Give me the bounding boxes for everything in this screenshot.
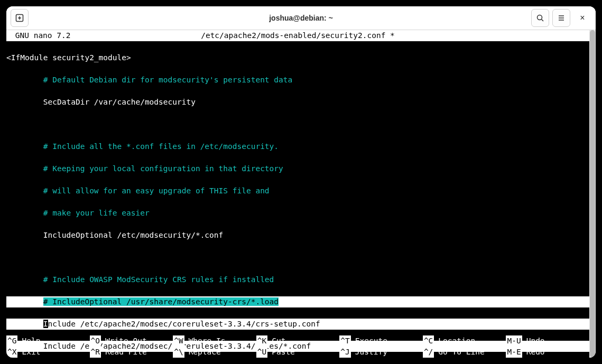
plus-box-icon — [15, 14, 24, 22]
shortcut-exit: ^XExit — [6, 347, 90, 358]
terminal-wrapper: GNU nano 7.2 /etc/apache2/mods-enabled/s… — [6, 30, 596, 358]
nano-version: GNU nano 7.2 — [11, 30, 71, 41]
footer-row-1: ^GHelp ^OWrite Out ^WWhere Is ^KCut ^TEx… — [6, 335, 589, 347]
shortcut-whereis: ^WWhere Is — [173, 335, 256, 347]
scrollbar[interactable] — [589, 30, 596, 358]
code-comment: # Include all the *.conf files in /etc/m… — [43, 142, 279, 151]
hamburger-icon — [557, 14, 566, 22]
footer-row-2: ^XExit ^RRead File ^\Replace ^UPaste ^JJ… — [6, 347, 589, 358]
shortcut-writeout: ^OWrite Out — [90, 335, 173, 347]
shortcut-cut: ^KCut — [256, 335, 340, 347]
nano-filename: /etc/apache2/mods-enabled/security2.conf… — [201, 30, 395, 41]
terminal-window: joshua@debian: ~ × — [6, 6, 596, 358]
shortcut-location: ^CLocation — [423, 335, 506, 347]
selected-line: Include /etc/apache2/modsec/coreruleset-… — [6, 319, 589, 330]
selected-comment: # IncludeOptional /usr/share/modsecurity… — [43, 297, 279, 306]
code-comment: # Keeping your local configuration in th… — [43, 164, 283, 173]
editor-content: <IfModule security2_module> # Default De… — [6, 41, 589, 358]
svg-point-3 — [538, 15, 542, 20]
close-icon: × — [580, 13, 585, 22]
shortcut-paste: ^UPaste — [256, 347, 340, 358]
shortcut-undo: M-UUndo — [506, 335, 589, 347]
menu-button[interactable] — [552, 9, 570, 27]
scrollbar-thumb[interactable] — [590, 30, 595, 358]
code-line: nclude /etc/apache2/modsec/coreruleset-3… — [48, 320, 320, 328]
search-button[interactable] — [531, 9, 549, 27]
code-line: IncludeOptional /etc/modsecurity/*.conf — [43, 231, 223, 239]
cursor: I — [43, 320, 48, 328]
selected-line: # IncludeOptional /usr/share/modsecurity… — [6, 296, 589, 307]
terminal-content[interactable]: GNU nano 7.2 /etc/apache2/mods-enabled/s… — [6, 30, 589, 358]
code-line: SecDataDir /var/cache/modsecurity — [43, 98, 196, 106]
search-icon — [536, 14, 544, 22]
nano-header: GNU nano 7.2 /etc/apache2/mods-enabled/s… — [6, 30, 589, 41]
new-tab-button[interactable] — [11, 9, 29, 27]
code-comment: # Default Debian dir for modsecurity's p… — [43, 76, 292, 84]
shortcut-execute: ^TExecute — [339, 335, 423, 347]
shortcut-replace: ^\Replace — [173, 347, 256, 358]
code-line: <IfModule security2_module> — [6, 53, 131, 62]
shortcut-help: ^GHelp — [6, 335, 90, 347]
shortcut-redo: M-ERedo — [506, 347, 589, 358]
code-comment: # Include OWASP ModSecurity CRS rules if… — [43, 275, 274, 284]
shortcut-readfile: ^RRead File — [90, 347, 173, 358]
close-button[interactable]: × — [573, 9, 591, 27]
svg-line-4 — [542, 20, 544, 22]
code-comment: # make your life easier — [43, 209, 150, 217]
code-comment: # will allow for an easy upgrade of THIS… — [43, 186, 270, 195]
window-title: joshua@debian: ~ — [269, 14, 333, 22]
titlebar: joshua@debian: ~ × — [6, 6, 596, 30]
shortcut-gotoline: ^/Go To Line — [423, 347, 506, 358]
shortcut-justify: ^JJustify — [339, 347, 423, 358]
nano-footer: ^GHelp ^OWrite Out ^WWhere Is ^KCut ^TEx… — [6, 335, 589, 358]
